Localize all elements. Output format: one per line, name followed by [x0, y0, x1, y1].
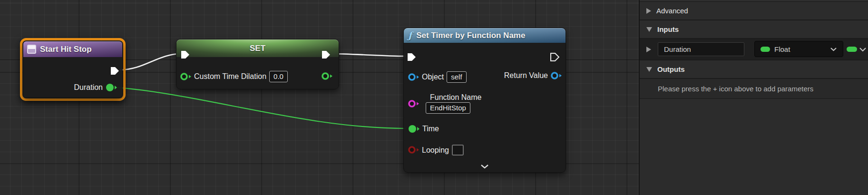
param-type-label: Float: [774, 45, 790, 53]
function-name-input-pin[interactable]: [408, 100, 419, 108]
float-output-pin[interactable]: [322, 72, 332, 80]
blueprint-graph-canvas[interactable]: Start Hit Stop Duration SET: [0, 0, 639, 195]
section-advanced[interactable]: Advanced: [640, 2, 868, 20]
chevron-down-icon: [830, 47, 837, 51]
pin-label: Time: [422, 125, 439, 133]
node-set-timer-by-function-name[interactable]: ƒ Set Timer by Function Name Object self…: [403, 28, 566, 173]
duration-output-pin[interactable]: [106, 83, 117, 92]
object-value[interactable]: self: [447, 71, 466, 83]
wire-exec-starthitstop-to-set[interactable]: [120, 54, 181, 70]
node-set-custom-time-dilation[interactable]: SET Custom Time Dilation 0.0: [176, 39, 339, 89]
section-label: Advanced: [656, 7, 688, 15]
section-label: Inputs: [657, 25, 679, 33]
float-type-pill-icon: [761, 47, 770, 52]
param-name-input[interactable]: [658, 42, 744, 56]
section-label: Outputs: [657, 65, 685, 73]
node-header[interactable]: SET: [176, 39, 339, 57]
exec-output-pin[interactable]: [321, 50, 331, 59]
return-value-output-pin[interactable]: [551, 72, 562, 80]
pin-label: Custom Time Dilation: [194, 72, 266, 81]
outputs-empty-message: Please press the + icon above to add par…: [640, 79, 868, 98]
panel-empty-area: [640, 99, 868, 195]
container-type-chevron-icon[interactable]: [859, 47, 867, 52]
node-start-hit-stop[interactable]: Start Hit Stop Duration: [23, 41, 123, 98]
exec-input-pin[interactable]: [180, 50, 190, 59]
expand-node-chevron-icon[interactable]: [480, 164, 489, 169]
exec-input-pin[interactable]: [406, 52, 417, 62]
function-entry-icon: [27, 45, 36, 54]
expanded-arrow-icon[interactable]: [646, 67, 652, 72]
container-type-pill-icon[interactable]: [847, 47, 857, 52]
object-input-pin[interactable]: [408, 73, 419, 81]
function-icon: ƒ: [408, 31, 412, 40]
pin-label: Object: [422, 73, 444, 81]
node-header[interactable]: ƒ Set Timer by Function Name: [404, 28, 566, 43]
details-panel: Advanced Inputs Float: [639, 0, 868, 195]
pin-label: Return Value: [504, 71, 548, 80]
section-outputs[interactable]: Outputs: [640, 60, 868, 78]
time-input-pin[interactable]: [408, 125, 419, 133]
collapsed-arrow-icon[interactable]: [646, 8, 651, 14]
looping-input-pin[interactable]: [408, 146, 419, 154]
value-input[interactable]: 0.0: [269, 71, 288, 82]
wire-exec-set-to-settimer[interactable]: [330, 54, 406, 56]
function-name-value[interactable]: EndHitStop: [426, 102, 470, 114]
exec-output-pin[interactable]: [549, 52, 560, 62]
node-title: Set Timer by Function Name: [416, 31, 525, 40]
pin-label: Duration: [74, 83, 103, 92]
exec-output-pin[interactable]: [109, 66, 120, 76]
pin-label: Looping: [422, 146, 449, 155]
looping-checkbox[interactable]: [452, 145, 464, 156]
input-param-row: Float: [640, 39, 868, 59]
param-type-dropdown[interactable]: Float: [754, 41, 843, 57]
wire-duration-to-time[interactable]: [117, 88, 406, 128]
section-inputs[interactable]: Inputs: [640, 20, 868, 38]
node-title: Start Hit Stop: [40, 45, 92, 54]
float-input-pin[interactable]: [180, 73, 191, 81]
param-expand-arrow-icon[interactable]: [646, 47, 651, 52]
node-title: SET: [250, 44, 265, 53]
pin-label: Function Name: [430, 93, 482, 102]
node-header[interactable]: Start Hit Stop: [23, 41, 122, 57]
expanded-arrow-icon[interactable]: [646, 27, 652, 32]
